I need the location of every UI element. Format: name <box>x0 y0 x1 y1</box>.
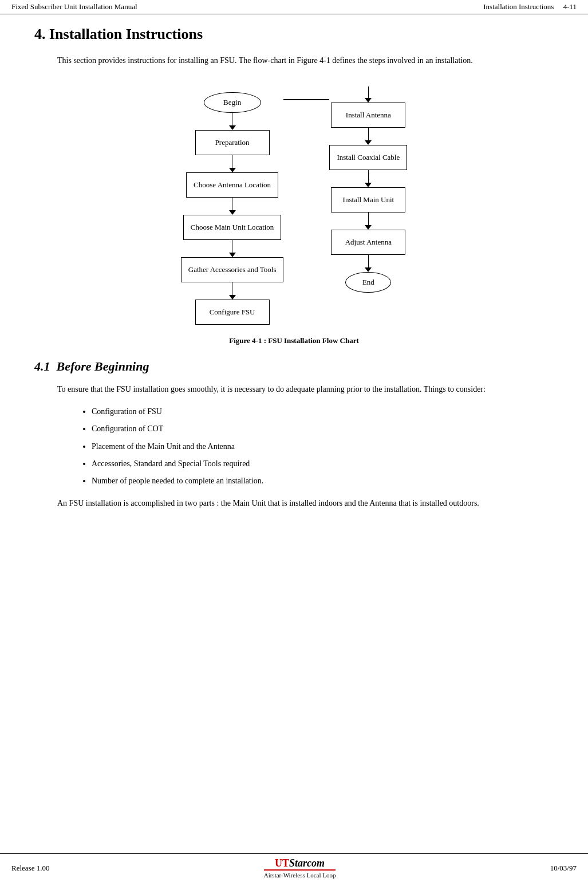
arrow-r3 <box>365 212 372 230</box>
intro-paragraph: This section provides instructions for i… <box>34 54 554 67</box>
logo-ut: UTStarcom <box>275 857 325 869</box>
header-right: Installation Instructions 4-11 <box>483 2 577 11</box>
footer-left: Release 1.00 <box>11 864 49 873</box>
flowchart-choose-antenna: Choose Antenna Location <box>186 172 278 198</box>
flowchart-right-column: Install Antenna Install Coaxial Cable <box>329 86 407 293</box>
header-left: Fixed Subscriber Unit Installation Manua… <box>11 2 137 11</box>
flowchart-gather: Gather Accessories and Tools <box>181 257 284 282</box>
section-title: 4. Installation Instructions <box>34 26 554 43</box>
arrow-4 <box>229 240 236 257</box>
logo-text: UTStarcom <box>275 857 325 869</box>
arrow-r4 <box>365 255 372 272</box>
flowchart-wrapper: Begin Preparation Choose Antenna Loc <box>34 81 554 330</box>
flowchart-left-column: Begin Preparation Choose Antenna Loc <box>181 92 284 325</box>
footer-logo: UTStarcom Airstar-Wireless Local Loop <box>264 857 336 879</box>
figure-caption: Figure 4-1 : FSU Installation Flow Chart <box>34 336 554 345</box>
flowchart-choose-main-unit: Choose Main Unit Location <box>183 215 282 240</box>
list-item: Configuration of FSU <box>92 405 554 418</box>
list-item: Number of people needed to complete an i… <box>92 475 554 487</box>
arrow-r2 <box>365 170 372 187</box>
list-item: Configuration of COT <box>92 423 554 435</box>
flowchart-begin: Begin <box>204 92 261 113</box>
footer: Release 1.00 UTStarcom Airstar-Wireless … <box>0 853 588 882</box>
connector-area <box>283 86 329 100</box>
flowchart-install-main: Install Main Unit <box>331 187 405 212</box>
flowchart: Begin Preparation Choose Antenna Loc <box>169 81 419 330</box>
top-horizontal-line <box>283 99 329 100</box>
flowchart-preparation: Preparation <box>195 130 270 155</box>
arrow-3 <box>229 198 236 215</box>
right-top-connector <box>368 86 369 98</box>
list-item: Placement of the Main Unit and the Anten… <box>92 440 554 453</box>
arrow-2 <box>229 155 236 172</box>
header-right-label: Installation Instructions <box>483 2 554 11</box>
subsection-title: 4.1 Before Beginning <box>34 359 554 374</box>
closing-paragraph: An FSU installation is accomplished in t… <box>34 497 554 510</box>
flowchart-install-coaxial: Install Coaxial Cable <box>329 145 407 170</box>
arrow-r1 <box>365 128 372 145</box>
arrow-1 <box>229 113 236 130</box>
header-right-page: 4-11 <box>563 2 577 11</box>
flowchart-configure: Configure FSU <box>195 300 270 325</box>
arrow-5 <box>229 282 236 300</box>
list-item: Accessories, Standard and Special Tools … <box>92 458 554 470</box>
bullet-list: Configuration of FSU Configuration of CO… <box>92 405 554 488</box>
flowchart-adjust-antenna: Adjust Antenna <box>331 230 405 255</box>
flowchart-end: End <box>345 272 391 293</box>
logo-underline <box>264 869 336 871</box>
footer-tagline: Airstar-Wireless Local Loop <box>264 872 336 879</box>
right-top-arrow <box>365 98 372 103</box>
footer-right: 10/03/97 <box>550 864 577 873</box>
flowchart-install-antenna: Install Antenna <box>331 103 405 128</box>
subsection-intro: To ensure that the FSU installation goes… <box>34 383 554 396</box>
